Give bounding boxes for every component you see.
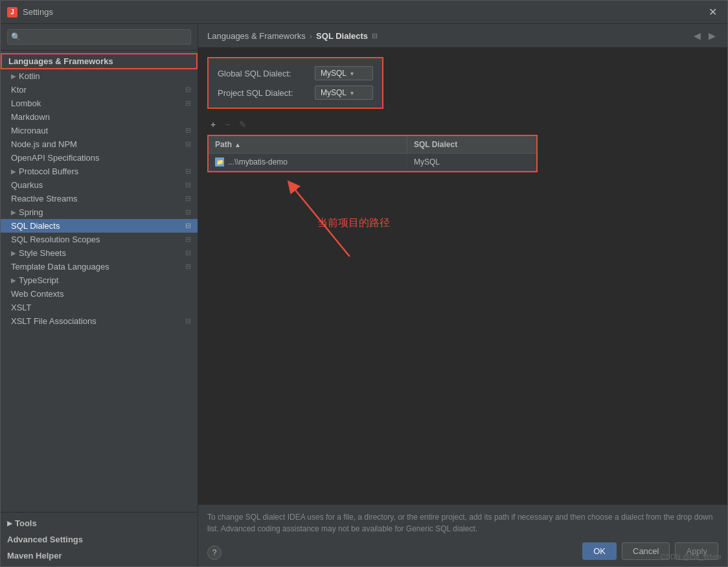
item-icon: ⊟ [185, 235, 191, 244]
sidebar-item-web-contexts[interactable]: Web Contexts [1, 287, 198, 301]
sidebar-item-reactive-streams[interactable]: Reactive Streams ⊟ [1, 192, 198, 205]
sidebar-item-maven-helper[interactable]: Maven Helper [1, 548, 198, 564]
item-label: Micronaut [11, 126, 48, 135]
search-input[interactable] [7, 29, 191, 45]
expand-icon: ▶ [11, 277, 16, 284]
sidebar-item-tools[interactable]: ▶ Tools [1, 515, 198, 531]
expand-icon: ▶ [11, 73, 16, 80]
item-icon: ⊟ [185, 167, 191, 176]
right-panel: Languages & Frameworks › SQL Dialects ⊟ … [198, 24, 727, 566]
item-label: Ktor [11, 85, 27, 95]
item-icon: ⊟ [185, 140, 191, 148]
sidebar-item-micronaut[interactable]: Micronaut ⊟ [1, 124, 198, 137]
annotation-text: 当前项目的路径 [317, 216, 390, 230]
sidebar-item-spring[interactable]: ▶ Spring ⊟ [1, 205, 198, 219]
sidebar-item-xslt-file[interactable]: XSLT File Associations ⊟ [1, 314, 198, 328]
title-bar: J Settings ✕ [1, 1, 727, 24]
sidebar-item-style-sheets[interactable]: ▶ Style Sheets ⊟ [1, 246, 198, 260]
panel-content: Global SQL Dialect: MySQL ▾ Project SQL … [198, 48, 727, 504]
sidebar-item-lombok[interactable]: Lombok ⊟ [1, 97, 198, 110]
sidebar-item-sql-resolution[interactable]: SQL Resolution Scopes ⊟ [1, 233, 198, 246]
sidebar-footer: ▶ Tools Advanced Settings Maven Helper [1, 512, 198, 566]
expand-icon: ▶ [11, 168, 16, 175]
annotation-arrow-svg [246, 172, 440, 257]
item-label: Markdown [11, 112, 50, 122]
edit-row-button[interactable]: ✎ [236, 118, 250, 131]
breadcrumb: Languages & Frameworks › SQL Dialects ⊟ [207, 31, 378, 41]
breadcrumb-separator: › [310, 31, 312, 41]
info-text: To change SQL dialect IDEA uses for a fi… [207, 511, 718, 535]
item-icon: ⊟ [185, 222, 191, 230]
project-dialect-value: MySQL [321, 88, 347, 97]
item-icon: ⊟ [185, 126, 191, 135]
item-label: Advanced Settings [7, 535, 83, 544]
folder-icon: 📁 [215, 157, 224, 167]
cell-dialect: MySQL [407, 154, 536, 170]
search-icon: 🔍 [11, 32, 21, 41]
item-label: Kotlin [19, 71, 40, 81]
nav-back-button[interactable]: ◀ [691, 29, 703, 42]
sidebar-item-openapi[interactable]: OpenAPI Specifications [1, 151, 198, 165]
item-label: Style Sheets [19, 248, 66, 258]
sidebar-item-xslt[interactable]: XSLT [1, 301, 198, 314]
sidebar: 🔍 Languages & Frameworks ▶ Kotlin Ktor ⊟ [1, 24, 198, 566]
annotation-area: 当前项目的路径 [207, 172, 718, 276]
dropdown-arrow: ▾ [350, 70, 354, 77]
item-label: XSLT [11, 303, 32, 312]
breadcrumb-icon: ⊟ [372, 32, 378, 40]
item-label: Protocol Buffers [19, 167, 78, 176]
item-label: Web Contexts [11, 289, 63, 299]
item-icon: ⊟ [185, 194, 191, 203]
item-icon: ⊟ [185, 262, 191, 271]
sidebar-item-kotlin[interactable]: ▶ Kotlin [1, 69, 198, 83]
item-label: Node.js and NPM [11, 139, 77, 149]
project-dialect-select[interactable]: MySQL ▾ [315, 86, 373, 100]
sidebar-item-advanced-settings[interactable]: Advanced Settings [1, 531, 198, 548]
item-icon: ⊟ [185, 181, 191, 189]
app-icon: J [7, 7, 17, 17]
project-dialect-label: Project SQL Dialect: [218, 88, 308, 98]
project-dialect-row: Project SQL Dialect: MySQL ▾ [218, 86, 373, 100]
expand-icon: ▶ [11, 249, 16, 257]
col-path-header: Path ▲ [209, 136, 407, 153]
item-label: Spring [19, 207, 43, 217]
path-value: ...\\mybatis-demo [228, 157, 288, 167]
ok-button[interactable]: OK [582, 542, 617, 560]
global-dialect-label: Global SQL Dialect: [218, 69, 308, 78]
expand-icon: ▶ [11, 209, 16, 216]
col-dialect-header: SQL Dialect [407, 136, 536, 153]
sidebar-item-nodejs[interactable]: Node.js and NPM ⊟ [1, 137, 198, 151]
table-toolbar: + − ✎ [207, 118, 718, 131]
item-icon: ⊟ [185, 317, 191, 325]
sidebar-item-template-data[interactable]: Template Data Languages ⊟ [1, 260, 198, 273]
settings-window: J Settings ✕ 🔍 Languages & Frameworks ▶ [0, 0, 728, 567]
global-dialect-row: Global SQL Dialect: MySQL ▾ [218, 66, 373, 80]
sidebar-item-typescript[interactable]: ▶ TypeScript [1, 273, 198, 287]
bottom-bar: To change SQL dialect IDEA uses for a fi… [198, 504, 727, 566]
main-content: 🔍 Languages & Frameworks ▶ Kotlin Ktor ⊟ [1, 24, 727, 566]
dialect-settings-box: Global SQL Dialect: MySQL ▾ Project SQL … [207, 57, 383, 109]
sidebar-item-protobuf[interactable]: ▶ Protocol Buffers ⊟ [1, 165, 198, 178]
close-button[interactable]: ✕ [705, 5, 721, 19]
breadcrumb-bar: Languages & Frameworks › SQL Dialects ⊟ … [198, 24, 727, 48]
item-label: Maven Helper [7, 551, 62, 561]
item-icon: ⊟ [185, 249, 191, 257]
sidebar-item-ktor[interactable]: Ktor ⊟ [1, 83, 198, 97]
table-row[interactable]: 📁 ...\\mybatis-demo MySQL [209, 154, 536, 171]
breadcrumb-current: SQL Dialects [316, 31, 368, 41]
window-title: Settings [23, 7, 705, 17]
remove-row-button[interactable]: − [222, 118, 233, 131]
section-label: Languages & Frameworks [8, 56, 113, 66]
add-row-button[interactable]: + [207, 118, 219, 131]
sidebar-item-quarkus[interactable]: Quarkus ⊟ [1, 178, 198, 192]
item-label: SQL Resolution Scopes [11, 235, 100, 244]
sidebar-item-markdown[interactable]: Markdown [1, 110, 198, 124]
sidebar-item-sql-dialects[interactable]: SQL Dialects ⊟ [1, 219, 198, 233]
sidebar-section-languages[interactable]: Languages & Frameworks [1, 53, 198, 69]
expand-icon: ▶ [7, 520, 12, 527]
item-label: XSLT File Associations [11, 316, 97, 326]
nav-forward-button[interactable]: ▶ [706, 29, 718, 42]
search-wrapper: 🔍 [7, 29, 191, 45]
help-button[interactable]: ? [207, 546, 222, 560]
global-dialect-select[interactable]: MySQL ▾ [315, 66, 373, 80]
